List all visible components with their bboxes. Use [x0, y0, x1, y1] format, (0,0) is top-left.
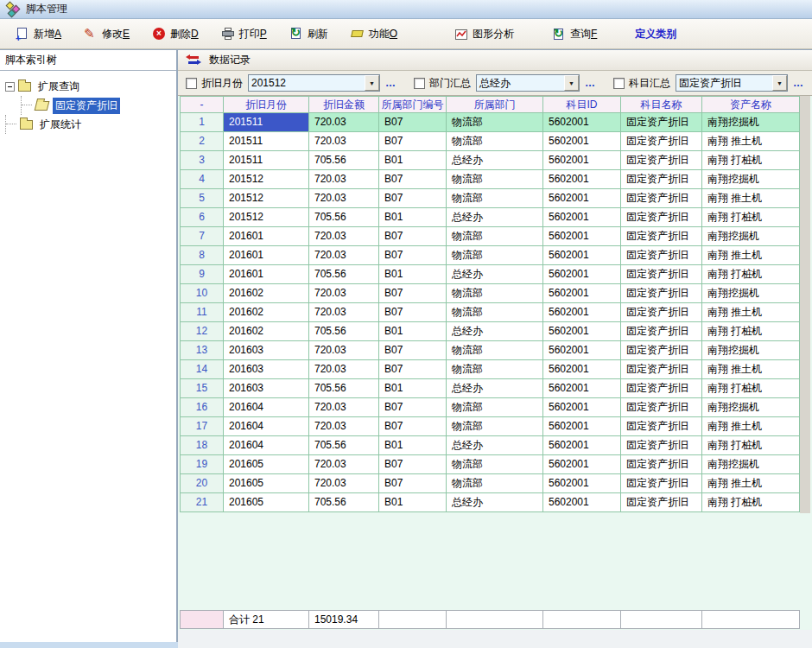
- table-cell[interactable]: 南翔挖掘机: [702, 227, 800, 246]
- table-cell[interactable]: B01: [379, 322, 447, 341]
- subject-filter-combo[interactable]: 固定资产折旧 ▼: [676, 74, 788, 92]
- table-cell[interactable]: 201601: [224, 246, 309, 265]
- edit-button[interactable]: ✎ 修改E: [77, 23, 136, 45]
- table-row[interactable]: 20201605720.03B07物流部5602001固定资产折旧南翔 推土机: [181, 474, 800, 493]
- table-cell[interactable]: 5602001: [543, 474, 621, 493]
- table-cell[interactable]: 201603: [224, 379, 309, 398]
- row-number-cell[interactable]: 3: [181, 151, 224, 170]
- table-cell[interactable]: 5602001: [543, 113, 621, 132]
- table-cell[interactable]: 720.03: [309, 417, 379, 436]
- table-row[interactable]: 12201602705.56B01总经办5602001固定资产折旧南翔 打桩机: [181, 322, 800, 341]
- table-cell[interactable]: B01: [379, 208, 447, 227]
- table-cell[interactable]: 201512: [224, 189, 309, 208]
- table-cell[interactable]: 5602001: [543, 132, 621, 151]
- table-cell[interactable]: 720.03: [309, 189, 379, 208]
- table-cell[interactable]: B07: [379, 227, 447, 246]
- table-cell[interactable]: 物流部: [447, 417, 543, 436]
- table-cell[interactable]: 5602001: [543, 284, 621, 303]
- table-cell[interactable]: 物流部: [447, 170, 543, 189]
- delete-button[interactable]: × 删除D: [145, 23, 206, 45]
- column-header[interactable]: 折旧金额: [309, 96, 379, 113]
- table-cell[interactable]: 南翔 推土机: [702, 474, 800, 493]
- row-number-cell[interactable]: 1: [181, 113, 224, 132]
- table-cell[interactable]: 固定资产折旧: [621, 189, 702, 208]
- table-cell[interactable]: 5602001: [543, 322, 621, 341]
- table-cell[interactable]: 705.56: [309, 379, 379, 398]
- table-cell[interactable]: 固定资产折旧: [621, 398, 702, 417]
- table-cell[interactable]: 固定资产折旧: [621, 170, 702, 189]
- column-header[interactable]: 所属部门: [447, 96, 543, 113]
- table-cell[interactable]: 5602001: [543, 151, 621, 170]
- table-cell[interactable]: 5602001: [543, 493, 621, 512]
- table-cell[interactable]: 5602001: [543, 341, 621, 360]
- table-cell[interactable]: 固定资产折旧: [621, 151, 702, 170]
- table-cell[interactable]: 南翔 推土机: [702, 303, 800, 322]
- table-cell[interactable]: 物流部: [447, 284, 543, 303]
- table-cell[interactable]: 720.03: [309, 341, 379, 360]
- table-row[interactable]: 18201604705.56B01总经办5602001固定资产折旧南翔 打桩机: [181, 436, 800, 455]
- table-cell[interactable]: 201511: [224, 132, 309, 151]
- table-row[interactable]: 14201603720.03B07物流部5602001固定资产折旧南翔 推土机: [181, 360, 800, 379]
- table-cell[interactable]: B07: [379, 417, 447, 436]
- table-cell[interactable]: 5602001: [543, 246, 621, 265]
- table-cell[interactable]: 201512: [224, 170, 309, 189]
- table-cell[interactable]: 南翔 推土机: [702, 246, 800, 265]
- table-cell[interactable]: 5602001: [543, 379, 621, 398]
- table-cell[interactable]: 201602: [224, 322, 309, 341]
- table-cell[interactable]: 固定资产折旧: [621, 284, 702, 303]
- table-cell[interactable]: 固定资产折旧: [621, 474, 702, 493]
- department-filter-checkbox[interactable]: [414, 78, 425, 89]
- new-button[interactable]: + 新增A: [9, 23, 68, 45]
- table-cell[interactable]: 物流部: [447, 246, 543, 265]
- row-number-cell[interactable]: 16: [181, 398, 224, 417]
- table-cell[interactable]: 物流部: [447, 189, 543, 208]
- table-cell[interactable]: B01: [379, 151, 447, 170]
- row-number-cell[interactable]: 20: [181, 474, 224, 493]
- row-number-cell[interactable]: 9: [181, 265, 224, 284]
- table-cell[interactable]: 物流部: [447, 113, 543, 132]
- table-cell[interactable]: 固定资产折旧: [621, 113, 702, 132]
- table-row[interactable]: 9201601705.56B01总经办5602001固定资产折旧南翔 打桩机: [181, 265, 800, 284]
- table-cell[interactable]: 720.03: [309, 360, 379, 379]
- table-cell[interactable]: 固定资产折旧: [621, 265, 702, 284]
- table-cell[interactable]: 南翔挖掘机: [702, 113, 800, 132]
- subject-more-button[interactable]: …: [788, 77, 809, 89]
- table-cell[interactable]: 南翔 推土机: [702, 132, 800, 151]
- month-filter-checkbox[interactable]: [186, 78, 197, 89]
- table-cell[interactable]: 705.56: [309, 436, 379, 455]
- table-cell[interactable]: 201604: [224, 417, 309, 436]
- table-cell[interactable]: 720.03: [309, 284, 379, 303]
- row-number-cell[interactable]: 8: [181, 246, 224, 265]
- table-cell[interactable]: 总经办: [447, 379, 543, 398]
- row-number-cell[interactable]: 4: [181, 170, 224, 189]
- table-cell[interactable]: B07: [379, 360, 447, 379]
- table-cell[interactable]: 5602001: [543, 170, 621, 189]
- table-cell[interactable]: 5602001: [543, 189, 621, 208]
- table-cell[interactable]: 南翔挖掘机: [702, 455, 800, 474]
- table-cell[interactable]: 720.03: [309, 227, 379, 246]
- table-cell[interactable]: 南翔 推土机: [702, 417, 800, 436]
- row-number-cell[interactable]: 10: [181, 284, 224, 303]
- table-cell[interactable]: 720.03: [309, 246, 379, 265]
- table-cell[interactable]: 201601: [224, 265, 309, 284]
- table-cell[interactable]: B01: [379, 436, 447, 455]
- table-cell[interactable]: 物流部: [447, 455, 543, 474]
- row-number-cell[interactable]: 7: [181, 227, 224, 246]
- function-button[interactable]: 功能O: [344, 23, 404, 45]
- column-header[interactable]: 所属部门编号: [379, 96, 447, 113]
- table-cell[interactable]: 705.56: [309, 322, 379, 341]
- tree-node-label-selected[interactable]: 固定资产折旧: [53, 98, 120, 114]
- table-cell[interactable]: 201511: [224, 151, 309, 170]
- department-more-button[interactable]: …: [580, 77, 601, 89]
- table-cell[interactable]: 总经办: [447, 322, 543, 341]
- table-row[interactable]: 13201603720.03B07物流部5602001固定资产折旧南翔挖掘机: [181, 341, 800, 360]
- table-cell[interactable]: 南翔挖掘机: [702, 284, 800, 303]
- row-number-cell[interactable]: 6: [181, 208, 224, 227]
- table-cell[interactable]: 固定资产折旧: [621, 360, 702, 379]
- table-cell[interactable]: 201602: [224, 303, 309, 322]
- refresh-button[interactable]: ↻ 刷新: [282, 23, 335, 45]
- table-row[interactable]: 6201512705.56B01总经办5602001固定资产折旧南翔 打桩机: [181, 208, 800, 227]
- table-cell[interactable]: 南翔 打桩机: [702, 379, 800, 398]
- row-number-cell[interactable]: 5: [181, 189, 224, 208]
- table-cell[interactable]: 固定资产折旧: [621, 341, 702, 360]
